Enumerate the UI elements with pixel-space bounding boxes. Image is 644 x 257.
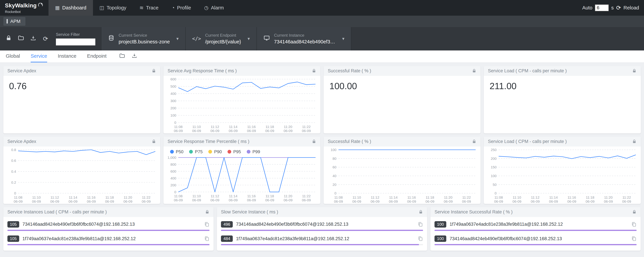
reload-button[interactable]: Reload [624,5,639,10]
card-service-apdex-number: Service Apdex 0.76 [3,66,160,133]
auto-interval-input[interactable] [595,4,609,11]
card-successful-rate-chart: Successful Rate ( % ) 02040608010011:080… [324,137,481,204]
auto-reload-controls: Auto s ⟳ Reload [582,0,644,16]
copy-icon[interactable] [631,222,636,227]
chevron-down-icon: ▾ [248,36,250,41]
tab-apm[interactable]: APM [3,17,26,26]
legend-item-p75[interactable]: P75 [189,149,202,154]
successful-rate-value: 100.00 [324,76,481,96]
tab-instance[interactable]: Instance [58,50,76,62]
svg-text:06-09: 06-09 [210,129,219,133]
instance-name: 1f749aa0637e4adc81e238a3fe9b811a@192.168… [22,236,201,241]
legend-item-p95[interactable]: P95 [228,149,241,154]
svg-text:11:14: 11:14 [229,125,237,129]
svg-text:11:14: 11:14 [229,194,237,198]
svg-text:11:12: 11:12 [210,125,219,129]
nav-item-trace[interactable]: ≋ Trace [133,0,165,16]
nav-item-dashboard[interactable]: ▦ Dashboard [48,0,93,16]
svg-text:06-09: 06-09 [512,200,522,203]
lock-icon[interactable] [632,139,636,144]
refresh-button[interactable]: ⟳ [40,33,51,44]
legend-item-p90[interactable]: P90 [208,149,222,154]
top-navbar: SkyWalking Rocketbot ▦ Dashboard ◫ Topol… [0,0,644,16]
svg-text:11:18: 11:18 [105,195,114,199]
svg-text:11:20: 11:20 [124,195,132,199]
lock-icon[interactable] [632,69,636,73]
value-badge: 100 [434,236,446,242]
svg-text:06-09: 06-09 [265,198,274,202]
import-template-button[interactable] [16,33,26,44]
current-endpoint-select[interactable]: </> Current Endpoint /projectB/{value} ▾ [185,27,256,50]
list-item: 105 734146aad8424eb490ef3b6f0fbc6074@192… [8,220,210,231]
lock-icon[interactable] [472,139,476,144]
card-instance-success-rate: Service Instance Successful Rate ( % ) 1… [430,207,641,251]
svg-text:11:20: 11:20 [284,125,292,129]
svg-text:200: 200 [170,106,176,110]
lock-icon[interactable] [152,69,156,73]
svg-text:0: 0 [494,191,497,195]
tab-global[interactable]: Global [6,50,20,62]
svg-text:11:18: 11:18 [426,195,434,199]
svg-text:06-09: 06-09 [370,200,380,203]
current-service-select[interactable]: Current Service projectB.business-zone ▾ [101,27,185,50]
copy-icon[interactable] [204,222,210,227]
copy-icon[interactable] [204,236,210,241]
percentile-legend: P50 P75 P90 P95 P99 [164,147,320,154]
lock-icon[interactable] [152,139,156,144]
lock-icon[interactable] [472,69,476,73]
svg-text:06-09: 06-09 [444,200,453,203]
rocket-swoosh-icon [38,2,43,9]
p99-dot [247,150,250,154]
profile-icon: ◔ [172,5,175,10]
instance-name: 1f749aa0637e4adc81e238a3fe9b811a@192.168… [236,236,414,241]
export-template-button[interactable] [28,33,38,44]
copy-icon[interactable] [418,222,423,227]
svg-text:11:18: 11:18 [266,125,274,129]
svg-text:11:12: 11:12 [50,195,59,199]
nav-item-profile[interactable]: ◔ Profile [165,0,198,16]
nav-item-topology[interactable]: ◫ Topology [93,0,133,16]
current-instance-select[interactable]: Current Instance 734146aad8424eb490ef3b6… [256,27,352,50]
import-dashboard-button[interactable] [118,52,126,60]
svg-text:100: 100 [170,113,176,117]
svg-text:06-09: 06-09 [567,200,576,203]
svg-text:06-09: 06-09 [302,198,311,202]
lock-icon[interactable] [418,210,423,214]
nav-label: Alarm [211,5,224,10]
svg-text:06-09: 06-09 [32,200,41,203]
svg-text:06-09: 06-09 [389,200,398,203]
export-dashboard-button[interactable] [130,52,138,60]
svg-text:06-09: 06-09 [334,200,343,203]
svg-text:600: 600 [170,77,176,81]
service-apdex-chart: 00.20.40.60.811:0806-0911:1006-0911:1206… [3,147,160,204]
service-filter-input[interactable] [56,38,95,45]
svg-text:11:22: 11:22 [462,195,471,199]
svg-text:06-09: 06-09 [462,200,471,203]
nav-item-alarm[interactable]: ◷ Alarm [198,0,230,16]
instance-name: 734146aad8424eb490ef3b6f0fbc6074@192.168… [236,222,414,227]
lock-icon[interactable] [205,210,210,214]
legend-item-p99[interactable]: P99 [247,149,260,154]
svg-text:11:16: 11:16 [87,195,96,199]
card-title: Service Instance Successful Rate ( % ) [434,209,512,215]
svg-text:06-09: 06-09 [105,200,114,203]
svg-text:80: 80 [332,156,336,160]
lock-icon[interactable] [312,139,316,144]
lock-icon[interactable] [632,210,636,214]
lock-icon[interactable] [312,69,316,73]
value-badge: 100 [434,221,446,228]
svg-text:400: 400 [170,176,176,180]
reload-icon[interactable]: ⟳ [616,4,621,11]
chevron-down-icon: ▾ [176,36,178,41]
copy-icon[interactable] [631,236,636,241]
tab-service[interactable]: Service [31,50,47,62]
brand-logo[interactable]: SkyWalking Rocketbot [0,0,48,16]
svg-text:06-09: 06-09 [247,129,256,133]
copy-icon[interactable] [418,236,423,241]
value-badge: 496 [221,221,233,228]
svg-text:0: 0 [14,191,16,195]
svg-text:06-09: 06-09 [284,129,292,133]
legend-item-p50[interactable]: P50 [170,149,184,154]
lock-button[interactable] [3,33,14,44]
tab-endpoint[interactable]: Endpoint [87,50,106,62]
